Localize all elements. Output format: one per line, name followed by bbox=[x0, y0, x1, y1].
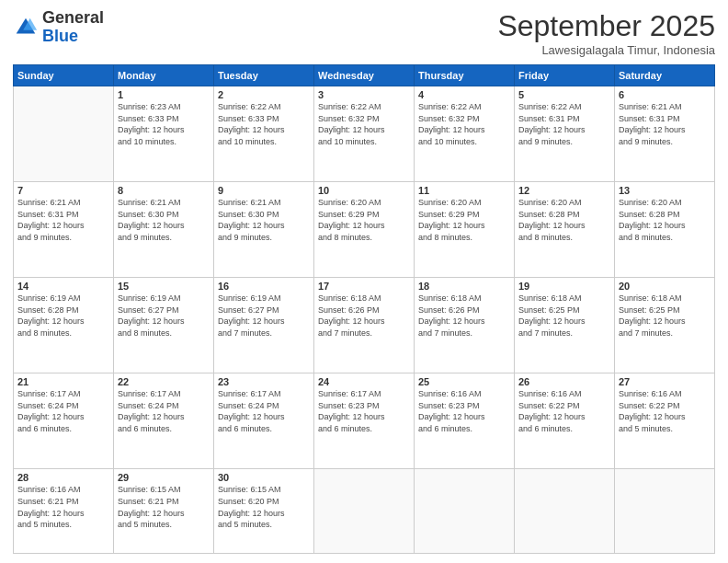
table-row: 13Sunrise: 6:20 AM Sunset: 6:28 PM Dayli… bbox=[615, 182, 715, 278]
table-row: 11Sunrise: 6:20 AM Sunset: 6:29 PM Dayli… bbox=[415, 182, 515, 278]
table-row: 26Sunrise: 6:16 AM Sunset: 6:22 PM Dayli… bbox=[515, 373, 615, 469]
day-info: Sunrise: 6:19 AM Sunset: 6:27 PM Dayligh… bbox=[118, 293, 210, 339]
day-info: Sunrise: 6:21 AM Sunset: 6:30 PM Dayligh… bbox=[218, 197, 310, 243]
day-number: 17 bbox=[318, 281, 410, 292]
table-row bbox=[314, 469, 415, 554]
day-info: Sunrise: 6:22 AM Sunset: 6:31 PM Dayligh… bbox=[518, 101, 610, 147]
day-number: 19 bbox=[518, 281, 610, 292]
col-sunday: Sunday bbox=[14, 65, 114, 86]
day-number: 13 bbox=[619, 185, 711, 196]
day-number: 26 bbox=[518, 376, 610, 387]
day-number: 22 bbox=[118, 376, 210, 387]
table-row: 20Sunrise: 6:18 AM Sunset: 6:25 PM Dayli… bbox=[615, 278, 715, 373]
day-info: Sunrise: 6:19 AM Sunset: 6:28 PM Dayligh… bbox=[17, 293, 109, 339]
day-info: Sunrise: 6:17 AM Sunset: 6:24 PM Dayligh… bbox=[118, 388, 210, 434]
header: General Blue September 2025 Lawesigalaga… bbox=[13, 9, 715, 57]
table-row: 9Sunrise: 6:21 AM Sunset: 6:30 PM Daylig… bbox=[214, 182, 314, 278]
day-info: Sunrise: 6:16 AM Sunset: 6:22 PM Dayligh… bbox=[619, 388, 711, 434]
day-number: 6 bbox=[619, 89, 711, 100]
month-title: September 2025 bbox=[497, 9, 715, 43]
col-friday: Friday bbox=[515, 65, 615, 86]
day-number: 14 bbox=[17, 281, 109, 292]
table-row: 6Sunrise: 6:21 AM Sunset: 6:31 PM Daylig… bbox=[615, 86, 715, 182]
table-row: 1Sunrise: 6:23 AM Sunset: 6:33 PM Daylig… bbox=[114, 86, 214, 182]
table-row bbox=[515, 469, 615, 554]
day-number: 5 bbox=[518, 89, 610, 100]
day-info: Sunrise: 6:16 AM Sunset: 6:23 PM Dayligh… bbox=[418, 388, 510, 434]
logo-text-general: General bbox=[42, 9, 104, 28]
table-row: 7Sunrise: 6:21 AM Sunset: 6:31 PM Daylig… bbox=[14, 182, 114, 278]
day-number: 16 bbox=[218, 281, 310, 292]
day-number: 29 bbox=[118, 472, 210, 483]
table-row bbox=[14, 86, 114, 182]
day-info: Sunrise: 6:20 AM Sunset: 6:29 PM Dayligh… bbox=[318, 197, 410, 243]
day-info: Sunrise: 6:20 AM Sunset: 6:28 PM Dayligh… bbox=[619, 197, 711, 243]
table-row: 2Sunrise: 6:22 AM Sunset: 6:33 PM Daylig… bbox=[214, 86, 314, 182]
table-row: 29Sunrise: 6:15 AM Sunset: 6:21 PM Dayli… bbox=[114, 469, 214, 554]
table-row: 5Sunrise: 6:22 AM Sunset: 6:31 PM Daylig… bbox=[515, 86, 615, 182]
table-row: 16Sunrise: 6:19 AM Sunset: 6:27 PM Dayli… bbox=[214, 278, 314, 373]
table-row bbox=[615, 469, 715, 554]
day-info: Sunrise: 6:21 AM Sunset: 6:30 PM Dayligh… bbox=[118, 197, 210, 243]
day-number: 28 bbox=[17, 472, 109, 483]
logo: General Blue bbox=[13, 9, 104, 46]
day-number: 15 bbox=[118, 281, 210, 292]
table-row: 30Sunrise: 6:15 AM Sunset: 6:20 PM Dayli… bbox=[214, 469, 314, 554]
calendar-table: Sunday Monday Tuesday Wednesday Thursday… bbox=[13, 64, 715, 554]
day-info: Sunrise: 6:22 AM Sunset: 6:33 PM Dayligh… bbox=[218, 101, 310, 147]
table-row: 22Sunrise: 6:17 AM Sunset: 6:24 PM Dayli… bbox=[114, 373, 214, 469]
table-row: 18Sunrise: 6:18 AM Sunset: 6:26 PM Dayli… bbox=[415, 278, 515, 373]
day-number: 4 bbox=[418, 89, 510, 100]
day-number: 1 bbox=[118, 89, 210, 100]
col-saturday: Saturday bbox=[615, 65, 715, 86]
day-info: Sunrise: 6:17 AM Sunset: 6:23 PM Dayligh… bbox=[318, 388, 410, 434]
table-row: 27Sunrise: 6:16 AM Sunset: 6:22 PM Dayli… bbox=[615, 373, 715, 469]
day-info: Sunrise: 6:17 AM Sunset: 6:24 PM Dayligh… bbox=[218, 388, 310, 434]
table-row: 19Sunrise: 6:18 AM Sunset: 6:25 PM Dayli… bbox=[515, 278, 615, 373]
day-info: Sunrise: 6:17 AM Sunset: 6:24 PM Dayligh… bbox=[17, 388, 109, 434]
location-subtitle: Lawesigalagala Timur, Indonesia bbox=[497, 43, 715, 57]
logo-text-blue: Blue bbox=[42, 28, 104, 46]
day-info: Sunrise: 6:16 AM Sunset: 6:22 PM Dayligh… bbox=[518, 388, 610, 434]
day-info: Sunrise: 6:15 AM Sunset: 6:21 PM Dayligh… bbox=[118, 484, 210, 530]
col-thursday: Thursday bbox=[415, 65, 515, 86]
day-info: Sunrise: 6:21 AM Sunset: 6:31 PM Dayligh… bbox=[619, 101, 711, 147]
day-info: Sunrise: 6:20 AM Sunset: 6:28 PM Dayligh… bbox=[518, 197, 610, 243]
day-info: Sunrise: 6:15 AM Sunset: 6:20 PM Dayligh… bbox=[218, 484, 310, 530]
day-info: Sunrise: 6:18 AM Sunset: 6:26 PM Dayligh… bbox=[318, 293, 410, 339]
day-info: Sunrise: 6:18 AM Sunset: 6:25 PM Dayligh… bbox=[518, 293, 610, 339]
table-row: 17Sunrise: 6:18 AM Sunset: 6:26 PM Dayli… bbox=[314, 278, 415, 373]
table-row: 23Sunrise: 6:17 AM Sunset: 6:24 PM Dayli… bbox=[214, 373, 314, 469]
day-number: 11 bbox=[418, 185, 510, 196]
day-number: 18 bbox=[418, 281, 510, 292]
day-info: Sunrise: 6:16 AM Sunset: 6:21 PM Dayligh… bbox=[17, 484, 109, 530]
col-tuesday: Tuesday bbox=[214, 65, 314, 86]
table-row: 21Sunrise: 6:17 AM Sunset: 6:24 PM Dayli… bbox=[14, 373, 114, 469]
table-row: 14Sunrise: 6:19 AM Sunset: 6:28 PM Dayli… bbox=[14, 278, 114, 373]
day-number: 3 bbox=[318, 89, 410, 100]
calendar-header-row: Sunday Monday Tuesday Wednesday Thursday… bbox=[14, 65, 715, 86]
table-row: 28Sunrise: 6:16 AM Sunset: 6:21 PM Dayli… bbox=[14, 469, 114, 554]
table-row bbox=[415, 469, 515, 554]
table-row: 24Sunrise: 6:17 AM Sunset: 6:23 PM Dayli… bbox=[314, 373, 415, 469]
day-info: Sunrise: 6:19 AM Sunset: 6:27 PM Dayligh… bbox=[218, 293, 310, 339]
day-number: 10 bbox=[318, 185, 410, 196]
day-number: 25 bbox=[418, 376, 510, 387]
table-row: 12Sunrise: 6:20 AM Sunset: 6:28 PM Dayli… bbox=[515, 182, 615, 278]
day-number: 7 bbox=[17, 185, 109, 196]
table-row: 8Sunrise: 6:21 AM Sunset: 6:30 PM Daylig… bbox=[114, 182, 214, 278]
day-info: Sunrise: 6:21 AM Sunset: 6:31 PM Dayligh… bbox=[17, 197, 109, 243]
day-number: 12 bbox=[518, 185, 610, 196]
day-number: 8 bbox=[118, 185, 210, 196]
day-number: 20 bbox=[619, 281, 711, 292]
logo-icon bbox=[13, 15, 39, 40]
day-info: Sunrise: 6:20 AM Sunset: 6:29 PM Dayligh… bbox=[418, 197, 510, 243]
day-info: Sunrise: 6:22 AM Sunset: 6:32 PM Dayligh… bbox=[318, 101, 410, 147]
day-info: Sunrise: 6:22 AM Sunset: 6:32 PM Dayligh… bbox=[418, 101, 510, 147]
day-number: 9 bbox=[218, 185, 310, 196]
col-monday: Monday bbox=[114, 65, 214, 86]
day-number: 24 bbox=[318, 376, 410, 387]
table-row: 25Sunrise: 6:16 AM Sunset: 6:23 PM Dayli… bbox=[415, 373, 515, 469]
day-number: 30 bbox=[218, 472, 310, 483]
table-row: 4Sunrise: 6:22 AM Sunset: 6:32 PM Daylig… bbox=[415, 86, 515, 182]
